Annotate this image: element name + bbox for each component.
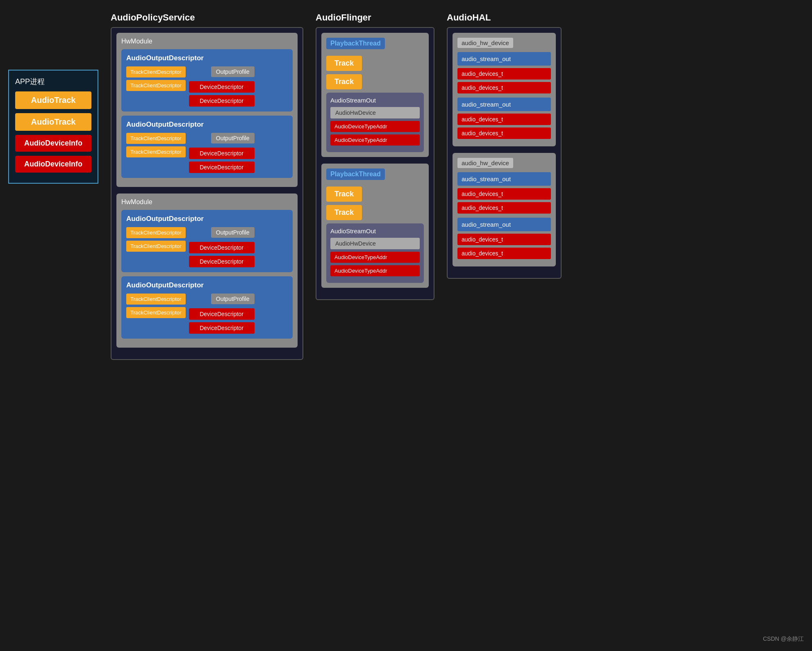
audio-track-2[interactable]: AudioTrack bbox=[15, 113, 91, 131]
device-type-addr-2-1[interactable]: AudioDeviceTypeAddr bbox=[330, 252, 420, 263]
playback-thread-2: PlaybackThread Track Track AudioStreamOu… bbox=[321, 164, 429, 288]
playback-thread-2-title: PlaybackThread bbox=[326, 168, 385, 180]
app-process-title: APP进程 bbox=[15, 77, 91, 86]
track-client-1[interactable]: TrackClientDescriptor bbox=[126, 66, 186, 77]
audio-devices-t-1-4[interactable]: audio_devices_t bbox=[457, 127, 551, 139]
device-descriptor-1[interactable]: DeviceDescriptor bbox=[189, 81, 255, 93]
aod-2-1-tracks: TrackClientDescriptor TrackClientDescrip… bbox=[126, 227, 186, 267]
policy-service-title: AudioPolicyService bbox=[111, 12, 303, 23]
audio-devices-t-1-3[interactable]: audio_devices_t bbox=[457, 114, 551, 125]
audio-stream-out-2: AudioStreamOut AudioHwDevice AudioDevice… bbox=[326, 223, 424, 283]
audio-flinger-section: AudioFlinger PlaybackThread Track Track … bbox=[316, 12, 434, 300]
aod-2-1: AudioOutputDescriptor TrackClientDescrip… bbox=[121, 210, 293, 272]
track-1-2[interactable]: Track bbox=[326, 74, 362, 89]
audio-devices-t-2-4[interactable]: audio_devices_t bbox=[457, 248, 551, 259]
device-descriptor-3[interactable]: DeviceDescriptor bbox=[189, 148, 255, 159]
device-descriptor-7[interactable]: DeviceDescriptor bbox=[189, 308, 255, 320]
track-2-2[interactable]: Track bbox=[326, 205, 362, 220]
app-process-box: APP进程 AudioTrack AudioTrack AudioDeviceI… bbox=[8, 70, 98, 184]
track-client-6[interactable]: TrackClientDescriptor bbox=[126, 241, 186, 252]
hw-device-2-title: audio_hw_device bbox=[457, 158, 513, 168]
device-descriptor-6[interactable]: DeviceDescriptor bbox=[189, 256, 255, 267]
audio-stream-out-1-title: AudioStreamOut bbox=[330, 97, 420, 104]
device-descriptor-2[interactable]: DeviceDescriptor bbox=[189, 95, 255, 107]
audio-track-1[interactable]: AudioTrack bbox=[15, 91, 91, 109]
audio-flinger-outer: PlaybackThread Track Track AudioStreamOu… bbox=[316, 27, 434, 300]
track-1-1[interactable]: Track bbox=[326, 56, 362, 71]
aod-2-2-tracks: TrackClientDescriptor TrackClientDescrip… bbox=[126, 294, 186, 334]
output-profile-2[interactable]: OutputProfile bbox=[211, 133, 255, 143]
audio-hal-section: AudioHAL audio_hw_device audio_stream_ou… bbox=[447, 12, 562, 279]
hwmodule-2: HwModule AudioOutputDescriptor TrackClie… bbox=[116, 193, 298, 348]
hw-device-1-title: audio_hw_device bbox=[457, 38, 513, 48]
stream-out-1-2[interactable]: audio_stream_out bbox=[457, 98, 551, 111]
audio-hw-device-1[interactable]: AudioHwDevice bbox=[330, 107, 420, 118]
hwmodule-1: HwModule AudioOutputDescriptor TrackClie… bbox=[116, 33, 298, 187]
aod-1-1-tracks: TrackClientDescriptor TrackClientDescrip… bbox=[126, 66, 186, 107]
audio-devices-t-2-1[interactable]: audio_devices_t bbox=[457, 188, 551, 200]
playback-thread-1-title: PlaybackThread bbox=[326, 38, 385, 49]
aod-1-2-title: AudioOutputDescriptor bbox=[126, 121, 288, 129]
aod-1-1-title: AudioOutputDescriptor bbox=[126, 54, 288, 62]
aod-2-1-title: AudioOutputDescriptor bbox=[126, 215, 288, 223]
audio-stream-out-1: AudioStreamOut AudioHwDevice AudioDevice… bbox=[326, 93, 424, 152]
device-type-addr-1-1[interactable]: AudioDeviceTypeAddr bbox=[330, 121, 420, 132]
aod-1-1: AudioOutputDescriptor TrackClientDescrip… bbox=[121, 49, 293, 112]
audio-hw-device-2[interactable]: AudioHwDevice bbox=[330, 238, 420, 249]
track-client-7[interactable]: TrackClientDescriptor bbox=[126, 294, 186, 305]
track-client-2[interactable]: TrackClientDescriptor bbox=[126, 80, 186, 91]
hw-device-box-1: audio_hw_device audio_stream_out audio_d… bbox=[453, 33, 556, 146]
track-client-3[interactable]: TrackClientDescriptor bbox=[126, 133, 186, 144]
audio-hal-title: AudioHAL bbox=[447, 12, 562, 23]
aod-1-2-tracks: TrackClientDescriptor TrackClientDescrip… bbox=[126, 133, 186, 173]
audio-devices-t-2-2[interactable]: audio_devices_t bbox=[457, 202, 551, 214]
audio-devices-t-2-3[interactable]: audio_devices_t bbox=[457, 234, 551, 245]
playback-thread-1: PlaybackThread Track Track AudioStreamOu… bbox=[321, 33, 429, 157]
aod-2-2: AudioOutputDescriptor TrackClientDescrip… bbox=[121, 276, 293, 339]
watermark: CSDN @余静江 bbox=[763, 635, 804, 643]
output-profile-4[interactable]: OutputProfile bbox=[211, 294, 255, 304]
aod-2-1-right: OutputProfile DeviceDescriptor DeviceDes… bbox=[189, 227, 255, 267]
device-descriptor-4[interactable]: DeviceDescriptor bbox=[189, 162, 255, 173]
policy-service-outer: HwModule AudioOutputDescriptor TrackClie… bbox=[111, 27, 303, 360]
audio-stream-out-2-title: AudioStreamOut bbox=[330, 228, 420, 234]
aod-2-2-right: OutputProfile DeviceDescriptor DeviceDes… bbox=[189, 294, 255, 334]
device-descriptor-5[interactable]: DeviceDescriptor bbox=[189, 242, 255, 253]
stream-out-2-2[interactable]: audio_stream_out bbox=[457, 218, 551, 231]
audio-device-info-2[interactable]: AudioDeviceInfo bbox=[15, 156, 91, 173]
track-client-8[interactable]: TrackClientDescriptor bbox=[126, 307, 186, 318]
hwmodule-1-title: HwModule bbox=[121, 38, 293, 45]
aod-1-1-right: OutputProfile DeviceDescriptor DeviceDes… bbox=[189, 66, 255, 107]
track-client-5[interactable]: TrackClientDescriptor bbox=[126, 227, 186, 238]
audio-hal-outer: audio_hw_device audio_stream_out audio_d… bbox=[447, 27, 562, 279]
audio-devices-t-1-2[interactable]: audio_devices_t bbox=[457, 82, 551, 93]
policy-service-section: AudioPolicyService HwModule AudioOutputD… bbox=[111, 12, 303, 360]
hw-device-box-2: audio_hw_device audio_stream_out audio_d… bbox=[453, 153, 556, 266]
audio-devices-t-1-1[interactable]: audio_devices_t bbox=[457, 68, 551, 80]
device-type-addr-1-2[interactable]: AudioDeviceTypeAddr bbox=[330, 134, 420, 146]
hwmodule-2-title: HwModule bbox=[121, 198, 293, 206]
track-2-1[interactable]: Track bbox=[326, 187, 362, 202]
aod-1-2-right: OutputProfile DeviceDescriptor DeviceDes… bbox=[189, 133, 255, 173]
device-type-addr-2-2[interactable]: AudioDeviceTypeAddr bbox=[330, 265, 420, 276]
stream-out-2-1[interactable]: audio_stream_out bbox=[457, 172, 551, 186]
stream-out-1-1[interactable]: audio_stream_out bbox=[457, 52, 551, 66]
audio-device-info-1[interactable]: AudioDeviceInfo bbox=[15, 135, 91, 152]
track-client-4[interactable]: TrackClientDescriptor bbox=[126, 146, 186, 157]
output-profile-1[interactable]: OutputProfile bbox=[211, 66, 255, 77]
app-process-section: APP进程 AudioTrack AudioTrack AudioDeviceI… bbox=[8, 45, 98, 184]
aod-2-2-title: AudioOutputDescriptor bbox=[126, 281, 288, 289]
device-descriptor-8[interactable]: DeviceDescriptor bbox=[189, 322, 255, 334]
audio-flinger-title: AudioFlinger bbox=[316, 12, 434, 23]
output-profile-3[interactable]: OutputProfile bbox=[211, 227, 255, 238]
aod-1-2: AudioOutputDescriptor TrackClientDescrip… bbox=[121, 116, 293, 178]
